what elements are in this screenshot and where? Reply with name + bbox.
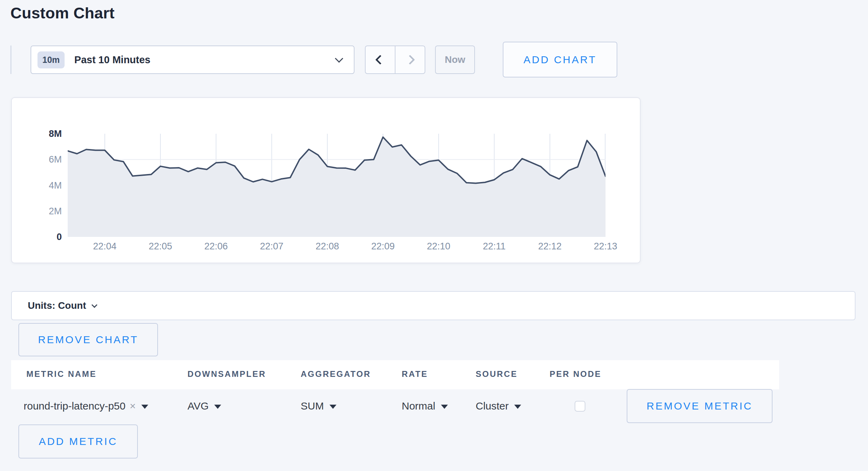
- column-header-metric-name: METRIC NAME: [26, 369, 97, 379]
- metrics-table-header: METRIC NAME DOWNSAMPLER AGGREGATOR RATE …: [11, 360, 779, 389]
- y-axis-tick: 8M: [17, 128, 62, 139]
- per-node-checkbox[interactable]: [575, 401, 585, 412]
- units-select-label: Units: Count: [28, 300, 86, 311]
- y-axis-tick: 0: [17, 231, 62, 242]
- time-range-badge: 10m: [37, 51, 65, 68]
- downsampler-select[interactable]: AVG: [187, 389, 221, 423]
- x-axis-tick: 22:06: [192, 241, 240, 252]
- source-select[interactable]: Cluster: [476, 389, 521, 423]
- chevron-down-icon: [91, 302, 97, 308]
- x-axis-tick: 22:05: [136, 241, 185, 252]
- x-axis-tick: 22:11: [470, 241, 519, 252]
- x-axis-tick: 22:04: [81, 241, 129, 252]
- x-axis-tick: 22:08: [303, 241, 352, 252]
- dropdown-caret-icon: [514, 405, 521, 409]
- x-axis-tick: 22:09: [359, 241, 407, 252]
- chart-card: 02M4M6M8M 22:0422:0522:0622:0722:0822:09…: [11, 97, 641, 263]
- clear-metric-icon[interactable]: ×: [130, 400, 136, 412]
- x-axis-tick: 22:07: [248, 241, 296, 252]
- table-row: round-trip-latency-p50 × AVG SUM Normal …: [11, 389, 856, 423]
- aggregator-select[interactable]: SUM: [301, 389, 336, 423]
- source-value: Cluster: [476, 400, 509, 412]
- now-button[interactable]: Now: [435, 46, 475, 74]
- x-axis-tick: 22:10: [414, 241, 463, 252]
- prev-time-button[interactable]: [365, 46, 395, 74]
- toolbar-divider: [10, 46, 11, 74]
- rate-value: Normal: [402, 400, 435, 412]
- y-axis-tick: 2M: [17, 206, 62, 217]
- column-header-downsampler: DOWNSAMPLER: [187, 369, 266, 379]
- dropdown-caret-icon: [441, 405, 448, 409]
- dropdown-caret-icon: [141, 405, 148, 409]
- downsampler-value: AVG: [187, 400, 209, 412]
- chart-svg: [68, 134, 606, 237]
- dropdown-caret-icon: [214, 405, 221, 409]
- page-title: Custom Chart: [10, 4, 115, 22]
- time-range-label: Past 10 Minutes: [74, 54, 336, 66]
- add-chart-button[interactable]: ADD CHART: [503, 42, 617, 77]
- chevron-down-icon: [335, 54, 343, 63]
- column-header-aggregator: AGGREGATOR: [301, 369, 371, 379]
- units-select[interactable]: Units: Count: [11, 291, 856, 320]
- time-range-select[interactable]: 10m Past 10 Minutes: [31, 46, 354, 74]
- remove-chart-button[interactable]: REMOVE CHART: [18, 323, 158, 356]
- dropdown-caret-icon: [329, 405, 336, 409]
- chevron-right-icon: [405, 55, 415, 65]
- aggregator-value: SUM: [301, 400, 324, 412]
- rate-select[interactable]: Normal: [402, 389, 448, 423]
- metric-name-select[interactable]: round-trip-latency-p50 ×: [24, 389, 148, 423]
- area-chart-plot: [68, 134, 606, 237]
- column-header-per-node: PER NODE: [550, 369, 601, 379]
- x-axis-tick: 22:13: [581, 241, 630, 252]
- y-axis-tick: 6M: [17, 154, 62, 165]
- time-step-controls: [365, 46, 425, 74]
- remove-metric-button[interactable]: REMOVE METRIC: [627, 389, 773, 423]
- chevron-left-icon: [375, 55, 385, 65]
- metric-name-value: round-trip-latency-p50: [24, 400, 125, 412]
- column-header-source: SOURCE: [476, 369, 518, 379]
- x-axis-tick: 22:12: [526, 241, 574, 252]
- y-axis-tick: 4M: [17, 180, 62, 191]
- add-metric-button[interactable]: ADD METRIC: [18, 424, 138, 458]
- column-header-rate: RATE: [402, 369, 428, 379]
- next-time-button[interactable]: [395, 46, 425, 74]
